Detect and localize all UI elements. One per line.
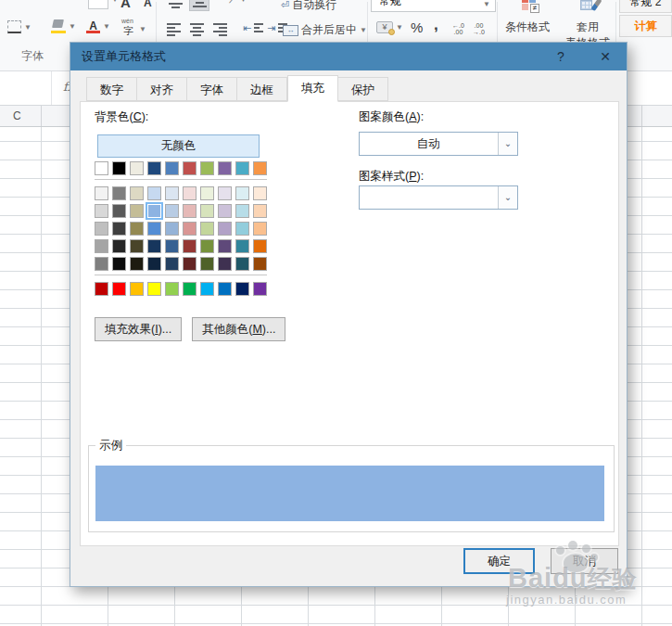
color-swatch[interactable]	[200, 257, 214, 271]
color-swatch[interactable]	[253, 282, 267, 296]
color-swatch[interactable]	[200, 239, 214, 253]
format-as-table-button[interactable]: 套用	[577, 19, 599, 35]
color-swatch[interactable]	[165, 204, 179, 218]
accounting-format-button[interactable]: ¥ ▼	[376, 21, 403, 33]
color-swatch[interactable]	[200, 222, 214, 236]
pattern-style-dropdown[interactable]: ⌄	[359, 185, 518, 210]
increase-font-size-button[interactable]: A	[120, 0, 131, 10]
cell-style-calculation[interactable]: 计算	[619, 15, 672, 37]
color-swatch[interactable]	[165, 282, 179, 296]
color-swatch[interactable]	[183, 186, 197, 200]
color-swatch[interactable]	[112, 222, 126, 236]
color-swatch[interactable]	[147, 257, 161, 271]
color-swatch[interactable]	[165, 222, 179, 236]
tab-protection[interactable]: 保护	[338, 77, 388, 101]
color-swatch[interactable]	[147, 239, 161, 253]
align-left-button[interactable]	[167, 21, 181, 38]
no-color-button[interactable]: 无颜色	[97, 134, 260, 158]
color-swatch[interactable]	[183, 239, 197, 253]
color-swatch[interactable]	[95, 161, 108, 175]
color-swatch[interactable]	[130, 204, 144, 218]
top-align-button[interactable]	[165, 0, 185, 11]
color-swatch[interactable]	[218, 186, 232, 200]
chevron-down-icon[interactable]: ⌄	[498, 133, 517, 155]
color-swatch[interactable]	[235, 186, 249, 200]
align-center-button[interactable]	[190, 21, 204, 38]
color-swatch[interactable]	[253, 161, 267, 175]
wrap-text-button[interactable]: ⏎ 自动换行	[281, 0, 336, 13]
color-swatch[interactable]	[235, 257, 249, 271]
percent-style-button[interactable]: %	[411, 19, 423, 35]
color-swatch[interactable]	[235, 222, 249, 236]
color-swatch[interactable]	[147, 282, 161, 296]
more-colors-button[interactable]: 其他颜色(M)...	[192, 317, 285, 341]
name-box[interactable]	[0, 71, 52, 105]
color-swatch[interactable]	[147, 161, 161, 175]
tab-alignment[interactable]: 对齐	[137, 77, 187, 101]
color-swatch[interactable]	[165, 239, 179, 253]
close-icon[interactable]: ✕	[593, 46, 617, 67]
color-swatch[interactable]	[130, 239, 144, 253]
color-swatch[interactable]	[147, 204, 161, 218]
color-swatch[interactable]	[112, 257, 126, 271]
color-swatch[interactable]	[130, 186, 144, 200]
color-swatch[interactable]	[112, 186, 126, 200]
color-swatch[interactable]	[218, 239, 232, 253]
orientation-button[interactable]: ⟋▼	[229, 0, 247, 6]
decrease-decimal-button[interactable]: .00→.0	[473, 22, 485, 35]
color-swatch[interactable]	[253, 222, 267, 236]
color-swatch[interactable]	[200, 282, 214, 296]
ok-button[interactable]: 确定	[463, 548, 535, 574]
tab-fill[interactable]: 填充	[287, 75, 338, 102]
color-swatch[interactable]	[183, 204, 197, 218]
column-header-label[interactable]: C	[13, 109, 21, 122]
pattern-color-dropdown[interactable]: 自动 ⌄	[359, 132, 518, 156]
decrease-indent-button[interactable]: ⇤	[243, 21, 263, 34]
color-swatch[interactable]	[147, 222, 161, 236]
tab-number[interactable]: 数字	[86, 77, 137, 101]
color-swatch[interactable]	[112, 239, 126, 253]
color-swatch[interactable]	[200, 186, 214, 200]
color-swatch[interactable]	[183, 257, 197, 271]
color-swatch[interactable]	[200, 161, 214, 175]
color-swatch[interactable]	[112, 204, 126, 218]
color-swatch[interactable]	[218, 161, 232, 175]
tab-border[interactable]: 边框	[237, 77, 287, 101]
color-swatch[interactable]	[253, 204, 267, 218]
color-swatch[interactable]	[95, 282, 108, 296]
phonetic-guide-button[interactable]: wén 字 ▼	[121, 21, 146, 36]
fill-color-button[interactable]: ▼	[51, 19, 76, 33]
cancel-button[interactable]: 取消	[551, 548, 618, 574]
increase-decimal-button[interactable]: ←.0.00	[452, 22, 464, 35]
color-swatch[interactable]	[130, 282, 144, 296]
comma-style-button[interactable]: ,	[434, 16, 438, 34]
merge-center-button[interactable]: ↔ 合并后居中 ▼	[283, 22, 367, 38]
color-swatch[interactable]	[235, 239, 249, 253]
help-icon[interactable]: ?	[549, 46, 573, 67]
color-swatch[interactable]	[165, 257, 179, 271]
conditional-formatting-button[interactable]: 条件格式	[505, 19, 550, 35]
color-swatch[interactable]	[218, 204, 232, 218]
middle-align-button[interactable]	[189, 0, 209, 11]
number-format-dropdown[interactable]: 常规 ▼	[371, 0, 496, 12]
color-swatch[interactable]	[130, 222, 144, 236]
color-swatch[interactable]	[235, 161, 249, 175]
color-swatch[interactable]	[95, 239, 108, 253]
color-swatch[interactable]	[130, 257, 144, 271]
color-swatch[interactable]	[218, 222, 232, 236]
color-swatch[interactable]	[95, 204, 108, 218]
color-swatch[interactable]	[253, 257, 267, 271]
color-swatch[interactable]	[95, 222, 108, 236]
color-swatch[interactable]	[235, 282, 249, 296]
dialog-titlebar[interactable]: 设置单元格格式 ? ✕	[70, 43, 627, 70]
color-swatch[interactable]	[165, 186, 179, 200]
font-size-dropdown[interactable]: ▼	[88, 0, 119, 9]
color-swatch[interactable]	[130, 161, 144, 175]
color-swatch[interactable]	[183, 282, 197, 296]
color-swatch[interactable]	[112, 161, 126, 175]
color-swatch[interactable]	[253, 186, 267, 200]
color-swatch[interactable]	[218, 282, 232, 296]
color-swatch[interactable]	[165, 161, 179, 175]
decrease-font-size-button[interactable]: A	[144, 0, 152, 9]
fill-effects-button[interactable]: 填充效果(I)...	[95, 317, 182, 341]
